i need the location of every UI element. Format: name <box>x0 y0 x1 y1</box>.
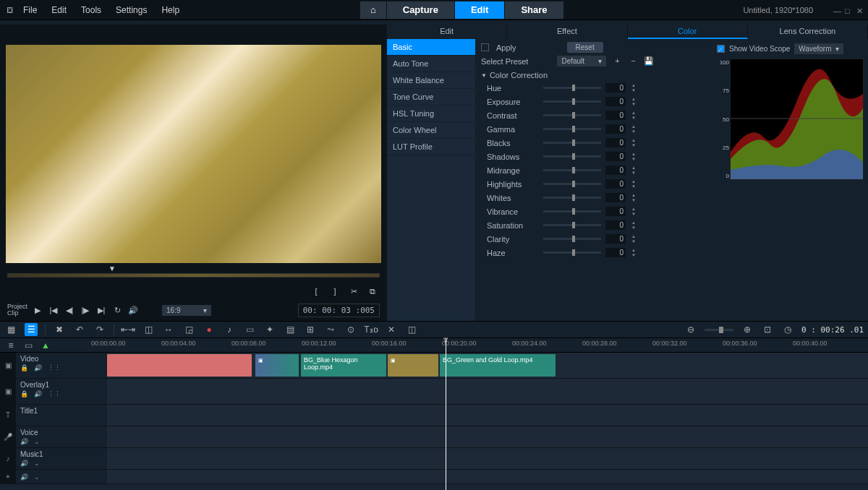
preview-viewport[interactable] <box>6 45 381 263</box>
tl-subtitle-icon[interactable]: ▤ <box>284 323 297 336</box>
minimize-icon[interactable]: — <box>833 7 841 14</box>
spin-down-icon[interactable]: ▼ <box>630 157 637 162</box>
tl-slip-icon[interactable]: ⇤⇥ <box>122 323 135 336</box>
track-add-icon[interactable]: ▭ <box>22 339 35 352</box>
tab-home[interactable]: ⌂ <box>360 1 387 19</box>
side-auto-tone[interactable]: Auto Tone <box>387 56 475 72</box>
preview-scrubber[interactable] <box>7 273 380 278</box>
tl-undo-icon[interactable]: ↶ <box>73 323 86 336</box>
param-value[interactable]: 0 <box>605 83 626 93</box>
track-mute-icon[interactable]: 🔊 <box>20 460 28 467</box>
track-overlay-icon[interactable]: ▣ <box>0 379 16 404</box>
zoom-out-icon[interactable]: ⊖ <box>684 323 697 336</box>
track-add-icon[interactable]: + <box>0 470 16 483</box>
param-slider[interactable] <box>543 197 601 199</box>
spin-down-icon[interactable]: ▼ <box>630 129 637 134</box>
scrub-marker-icon[interactable]: ▼ <box>109 265 116 272</box>
param-slider[interactable] <box>543 252 601 254</box>
tl-grid-icon[interactable]: ⊞ <box>304 323 317 336</box>
menu-help[interactable]: Help <box>154 1 187 20</box>
split-icon[interactable]: ✂ <box>348 285 359 297</box>
spin-down-icon[interactable]: ▼ <box>630 253 637 258</box>
track-expand-icon[interactable]: ⌄ <box>34 438 40 445</box>
spin-up-icon[interactable]: ▲ <box>630 207 637 212</box>
track-hide-icon[interactable]: ⋮⋮ <box>48 390 61 397</box>
track-body[interactable] <box>107 379 868 404</box>
track-expand-icon[interactable]: ⌄ <box>34 460 40 467</box>
spin-up-icon[interactable]: ▲ <box>630 193 637 198</box>
spin-up-icon[interactable]: ▲ <box>630 97 637 102</box>
track-mute-icon[interactable]: 🔊 <box>20 438 28 445</box>
goto-end-button[interactable]: ▶| <box>95 304 107 316</box>
param-value[interactable]: 0 <box>605 234 626 244</box>
side-color-wheel[interactable]: Color Wheel <box>387 122 475 139</box>
close-icon[interactable]: ✕ <box>856 7 864 14</box>
timeline-ruler[interactable]: ▽ 00:00:00.0000:00:04.0000:00:08.0000:00… <box>91 338 868 352</box>
track-up-icon[interactable]: ▲ <box>39 339 52 352</box>
param-slider[interactable] <box>543 238 601 240</box>
spin-up-icon[interactable]: ▲ <box>630 138 637 143</box>
aspect-ratio-select[interactable]: 16:9▾ <box>162 305 211 316</box>
track-voice-icon[interactable]: 🎤 <box>0 426 16 447</box>
spin-down-icon[interactable]: ▼ <box>630 198 637 203</box>
reset-button[interactable]: Reset <box>567 42 603 53</box>
preset-add-icon[interactable]: + <box>612 56 622 66</box>
spin-down-icon[interactable]: ▼ <box>630 239 637 244</box>
section-toggle-icon[interactable]: ▼ <box>481 72 487 79</box>
mark-in-icon[interactable]: [ <box>310 285 322 297</box>
param-slider[interactable] <box>543 87 601 89</box>
tl-mask-icon[interactable]: ✕ <box>385 323 398 336</box>
spin-up-icon[interactable]: ▲ <box>630 220 637 225</box>
preview-timecode[interactable]: 00: 00: 03 :005 <box>298 304 380 317</box>
spin-up-icon[interactable]: ▲ <box>630 83 637 88</box>
param-value[interactable]: 0 <box>605 166 626 175</box>
tl-stretch-icon[interactable]: ↔ <box>162 323 175 336</box>
clip[interactable]: BG_Green and Gold Loop.mp4 <box>440 354 556 377</box>
tl-split-screen-icon[interactable]: ◫ <box>405 323 418 336</box>
apply-checkbox[interactable] <box>481 43 489 51</box>
props-tab-lens[interactable]: Lens Correction <box>748 25 868 39</box>
track-mute-icon[interactable]: 🔊 <box>34 390 42 397</box>
track-lock-icon[interactable]: 🔒 <box>20 364 28 371</box>
side-tone-curve[interactable]: Tone Curve <box>387 89 475 106</box>
param-value[interactable]: 0 <box>605 124 626 134</box>
tl-marker-icon[interactable]: ▭ <box>243 323 256 336</box>
track-body[interactable] <box>107 448 868 469</box>
spin-down-icon[interactable]: ▼ <box>630 143 637 148</box>
spin-up-icon[interactable]: ▲ <box>630 111 637 116</box>
zoom-slider[interactable] <box>705 329 733 331</box>
spin-down-icon[interactable]: ▼ <box>630 116 637 121</box>
param-value[interactable]: 0 <box>605 207 626 216</box>
param-slider[interactable] <box>543 155 601 158</box>
param-slider[interactable] <box>543 169 601 171</box>
tab-capture[interactable]: Capture <box>387 1 455 19</box>
track-hide-icon[interactable]: ⋮⋮ <box>48 364 61 371</box>
preset-remove-icon[interactable]: − <box>628 56 638 66</box>
prev-frame-button[interactable]: ◀| <box>64 304 75 316</box>
track-body[interactable] <box>107 405 868 426</box>
mark-out-icon[interactable]: ] <box>329 285 341 297</box>
param-slider[interactable] <box>543 114 601 116</box>
spin-down-icon[interactable]: ▼ <box>630 88 637 93</box>
param-value[interactable]: 0 <box>605 193 626 202</box>
goto-start-button[interactable]: |◀ <box>48 304 59 316</box>
scope-type-select[interactable]: Waveform▾ <box>794 43 843 54</box>
spin-down-icon[interactable]: ▼ <box>630 184 637 189</box>
param-slider[interactable] <box>543 128 601 130</box>
clip[interactable] <box>107 354 252 377</box>
tl-chapter-icon[interactable]: ✦ <box>263 323 276 336</box>
clip[interactable]: ▣ <box>388 354 438 377</box>
side-lut-profile[interactable]: LUT Profile <box>387 139 475 155</box>
side-basic[interactable]: Basic <box>387 39 475 56</box>
preset-save-icon[interactable]: 💾 <box>644 56 654 66</box>
track-body[interactable] <box>107 426 868 447</box>
param-slider[interactable] <box>543 183 601 185</box>
mode-clip-label[interactable]: Clip <box>7 310 27 317</box>
menu-edit[interactable]: Edit <box>44 1 74 20</box>
track-music-icon[interactable]: ♪ <box>0 448 16 469</box>
menu-tools[interactable]: Tools <box>74 1 109 20</box>
tl-mixer-icon[interactable]: ♪ <box>223 323 236 336</box>
param-value[interactable]: 0 <box>605 138 626 147</box>
track-body[interactable]: ▣ BG_Blue Hexagon Loop.mp4 ▣ BG_Green an… <box>107 353 868 378</box>
maximize-icon[interactable]: □ <box>845 7 852 14</box>
